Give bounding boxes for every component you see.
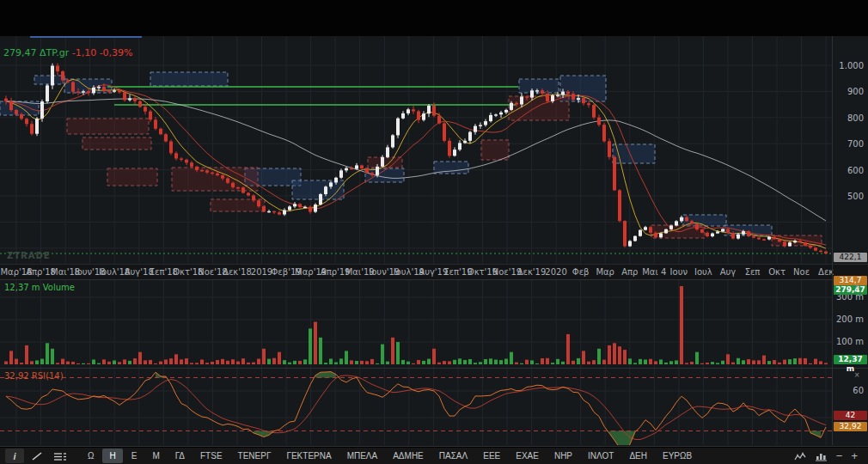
time-axis-label: Δεκ'18 — [223, 267, 252, 277]
time-axis-label: Φεβ — [572, 267, 590, 277]
price-pane[interactable]: 279,47 ΔTP.gr -1,10 -0,39% ZTRADE — [0, 36, 868, 264]
volume-value: 12,37 m — [4, 283, 40, 292]
rsi-title: RSI(14) — [32, 371, 64, 381]
tab-ΠΑΣΑΛ[interactable]: ΠΑΣΑΛ — [432, 449, 474, 463]
bottom-toolbar: i ΩΗΕΜΓΔFTSEΤΕΝΕΡΓΓΕΚΤΕΡΝΑΜΠΕΛΑΑΔΜΗΕΠΑΣΑ… — [0, 448, 868, 464]
volume-title: Volume — [43, 283, 75, 292]
top-black-band — [0, 0, 868, 37]
price-tick-label: 700 — [834, 139, 864, 149]
last-price-badge: 279,47 — [834, 285, 867, 295]
watchlist-button[interactable] — [50, 449, 70, 463]
tab-ΜΠΕΛΑ[interactable]: ΜΠΕΛΑ — [340, 449, 385, 463]
tab-ΓΕΚΤΕΡΝΑ[interactable]: ΓΕΚΤΕΡΝΑ — [279, 449, 338, 463]
symbol-tabs: ΩΗΕΜΓΔFTSEΤΕΝΕΡΓΓΕΚΤΕΡΝΑΜΠΕΛΑΑΔΜΗΕΠΑΣΑΛΕ… — [81, 449, 699, 463]
tab-ΓΔ[interactable]: ΓΔ — [168, 449, 192, 463]
close-rsi-pane-button[interactable]: × — [854, 371, 859, 380]
time-axis[interactable]: Μαρ'18Απρ'18Μαι'18Ιουν'18Ιουλ'18Αυγ'18Σε… — [0, 264, 868, 280]
legend-last-price: 279,47 — [3, 47, 37, 58]
list-icon — [53, 451, 67, 461]
time-axis-label: 2019 — [251, 267, 272, 277]
symbol-legend: 279,47 ΔTP.gr -1,10 -0,39% — [3, 47, 133, 58]
time-axis-label: Δεκ'19 — [517, 267, 547, 277]
close-volume-pane-button[interactable]: × — [854, 283, 859, 291]
time-axis-label: Μαρ — [596, 267, 614, 277]
line-chart-type-button[interactable] — [794, 451, 807, 461]
tab-Η[interactable]: Η — [102, 449, 122, 463]
price-tick-label: 900 — [834, 87, 864, 96]
zoom-in-button[interactable]: + — [851, 449, 858, 462]
tab-ΕΕΕ[interactable]: ΕΕΕ — [476, 449, 507, 463]
tab-FTSE[interactable]: FTSE — [193, 449, 229, 463]
volume-tick-label: 200 m — [834, 314, 864, 324]
time-axis-label: Απρ — [621, 267, 638, 277]
tab-ΕΥΡΩΒ[interactable]: ΕΥΡΩΒ — [656, 449, 699, 463]
toolbar-right-group: − + — [794, 449, 863, 462]
volume-tick-label: 100 m — [834, 337, 864, 346]
time-axis-label: Αυγ — [720, 267, 737, 277]
tab-ΤΕΝΕΡΓ[interactable]: ΤΕΝΕΡΓ — [231, 449, 278, 463]
trendline-icon — [31, 451, 43, 461]
tab-ΑΔΜΗΕ[interactable]: ΑΔΜΗΕ — [386, 449, 431, 463]
tab-ΔΕΗ[interactable]: ΔΕΗ — [622, 449, 654, 463]
tab-ΕΧΑΕ[interactable]: ΕΧΑΕ — [509, 449, 546, 463]
info-button[interactable]: i — [5, 449, 24, 463]
volume-legend: 12,37 m Volume — [4, 283, 75, 292]
tab-Ω[interactable]: Ω — [81, 449, 101, 463]
rsi-value-badge: 32,92 — [834, 422, 867, 431]
tab-ΙΝΛΟΤ[interactable]: ΙΝΛΟΤ — [581, 449, 620, 463]
line-chart-icon — [794, 451, 807, 461]
time-axis-label: Μαι 4 — [642, 267, 666, 277]
bar-chart-type-button[interactable] — [816, 451, 828, 461]
price-tick-label: 500 — [834, 192, 864, 201]
time-axis-label: Ιουλ — [694, 267, 712, 277]
time-axis-label: 2020 — [545, 267, 566, 277]
tab-Ε[interactable]: Ε — [125, 449, 144, 463]
time-axis-label: Ιουν — [670, 267, 688, 277]
tab-Μ[interactable]: Μ — [145, 449, 166, 463]
volume-pane[interactable]: 12,37 m Volume × — [0, 279, 868, 369]
rsi-value: 32,92 — [4, 371, 29, 381]
bar-chart-icon — [816, 451, 828, 461]
time-axis-label: Νοε — [793, 267, 810, 277]
time-axis-label: Σεπ — [745, 267, 761, 277]
slow-ma-price-badge: 422,1 — [834, 253, 867, 262]
price-tick-label: 1.000 — [834, 61, 864, 70]
legend-change-pct: -0,39% — [100, 47, 133, 58]
time-axis-label: Οκτ — [768, 267, 785, 277]
draw-line-button[interactable] — [28, 449, 46, 463]
volume-badge: 12,37 m — [834, 355, 867, 364]
rsi-chart[interactable] — [0, 369, 832, 445]
rsi-tick-label: 60 — [834, 386, 864, 395]
price-chart[interactable] — [0, 36, 832, 264]
zoom-out-button[interactable]: − — [836, 449, 843, 462]
rsi-pane[interactable]: 32,92 RSI(14) × — [0, 368, 868, 447]
fast-ma-price-badge: 314,7 — [834, 276, 867, 285]
watermark: ZTRADE — [7, 251, 51, 260]
price-tick-label: 800 — [834, 113, 864, 122]
price-tick-label: 600 — [834, 165, 864, 174]
legend-change: -1,10 — [72, 47, 96, 58]
legend-symbol[interactable]: ΔTP.gr — [40, 47, 69, 58]
tab-ΝΗΡ[interactable]: ΝΗΡ — [547, 449, 579, 463]
price-axis-column[interactable]: 422,1 314,7 309,4 279,47 12,37 m 42 32,9… — [832, 36, 868, 445]
rsi-ma-badge: 42 — [834, 411, 867, 420]
rsi-legend: 32,92 RSI(14) — [4, 371, 64, 381]
volume-chart[interactable] — [0, 280, 832, 368]
trading-terminal: 279,47 ΔTP.gr -1,10 -0,39% ZTRADE Μαρ'18… — [0, 0, 868, 464]
